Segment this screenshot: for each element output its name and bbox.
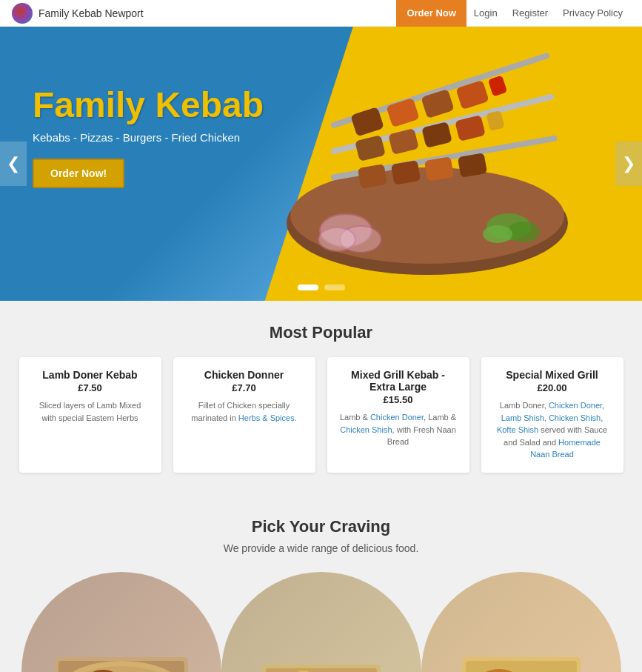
svg-point-7 [483, 225, 512, 243]
popular-cards-row: Lamb Doner Kebab £7.50 Sliced layers of … [15, 357, 627, 473]
hero-content: Family Kebab Kebabs - Pizzas - Burgers -… [33, 86, 264, 188]
card-special-mixed-title: Special Mixed Grill [493, 369, 612, 381]
navbar: Family Kebab Newport Order Now Login Reg… [0, 0, 642, 27]
card-chicken-donner-title: Chicken Donner [185, 369, 304, 381]
hero-dot-1[interactable] [298, 285, 318, 290]
svg-point-6 [507, 222, 540, 242]
card-chicken-donner-price: £7.70 [185, 382, 304, 393]
svg-rect-16 [355, 135, 386, 162]
hero-subtitle: Kebabs - Pizzas - Burgers - Fried Chicke… [33, 131, 264, 144]
card-lamb-doner-title: Lamb Doner Kebab [31, 369, 150, 381]
card-special-mixed-desc: Lamb Doner, Chicken Doner, Lamb Shish, C… [493, 399, 612, 461]
hero-dot-2[interactable] [324, 285, 345, 290]
svg-rect-41 [466, 661, 577, 673]
craving-section: Pick Your Craving We provide a wide rang… [0, 495, 642, 673]
craving-food-1-svg [40, 613, 203, 673]
craving-food-2-svg [240, 613, 403, 673]
nav-order-now-button[interactable]: Order Now [396, 0, 466, 27]
hero-dots [298, 285, 345, 290]
hero-section: Family Kebab Kebabs - Pizzas - Burgers -… [0, 27, 642, 301]
card-mixed-grill-price: £15.50 [339, 394, 458, 405]
nav-privacy-link[interactable]: Privacy Policy [555, 7, 630, 19]
nav-register-link[interactable]: Register [505, 7, 555, 19]
card-mixed-grill-desc: Lamb & Chicken Doner, Lamb & Chicken Shi… [339, 411, 458, 448]
card-lamb-doner-price: £7.50 [31, 382, 150, 393]
svg-rect-17 [388, 128, 419, 155]
most-popular-section: Most Popular Lamb Doner Kebab £7.50 Slic… [0, 301, 642, 495]
card-special-mixed-price: £20.00 [493, 382, 612, 393]
card-mixed-grill-title: Mixed Grill Kebab - Extra Large [339, 369, 458, 393]
craving-subtitle: We provide a wide range of delicious foo… [15, 542, 627, 554]
hero-order-button[interactable]: Order Now! [33, 159, 124, 188]
card-chicken-donner: Chicken Donner £7.70 Fillet of Chicken s… [173, 357, 315, 473]
card-mixed-grill: Mixed Grill Kebab - Extra Large £15.50 L… [327, 357, 469, 473]
svg-rect-33 [266, 668, 377, 673]
svg-rect-11 [386, 98, 419, 127]
hero-arrow-right[interactable]: ❯ [615, 142, 642, 186]
craving-food-3-svg [440, 613, 603, 673]
nav-login-link[interactable]: Login [467, 7, 505, 19]
hero-food-image [272, 41, 583, 286]
svg-rect-14 [488, 75, 507, 96]
craving-circles-row [15, 572, 627, 673]
card-chicken-donner-desc: Fillet of Chicken specially marinated in… [185, 399, 304, 424]
craving-circle-3[interactable] [421, 572, 621, 673]
brand-name: Family Kebab Newport [39, 7, 144, 19]
most-popular-title: Most Popular [15, 323, 627, 342]
craving-circle-1[interactable] [21, 572, 221, 673]
hero-arrow-left[interactable]: ❮ [0, 142, 27, 186]
craving-circle-2[interactable] [221, 572, 421, 673]
brand-logo [12, 3, 33, 24]
card-lamb-doner-desc: Sliced layers of Lamb Mixed with special… [31, 399, 150, 424]
svg-rect-20 [486, 110, 504, 131]
hero-title: Family Kebab [33, 86, 264, 125]
card-special-mixed: Special Mixed Grill £20.00 Lamb Doner, C… [481, 357, 623, 473]
food-svg [272, 45, 583, 282]
svg-point-4 [318, 227, 355, 251]
craving-title: Pick Your Craving [15, 517, 627, 536]
card-lamb-doner: Lamb Doner Kebab £7.50 Sliced layers of … [19, 357, 161, 473]
